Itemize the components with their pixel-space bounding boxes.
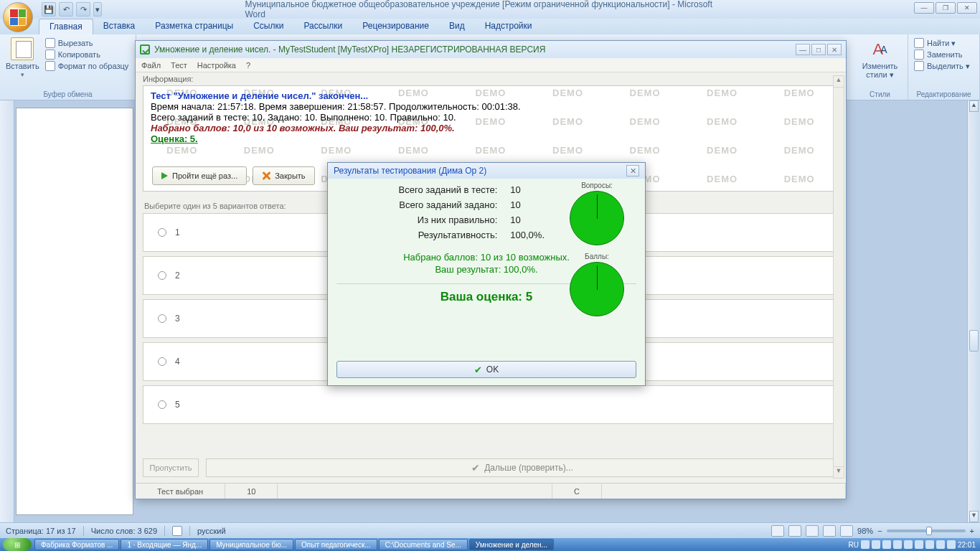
change-styles-button[interactable]: AA Изменить стили ▾: [858, 37, 902, 79]
tab-view[interactable]: Вид: [439, 19, 475, 34]
zoom-out[interactable]: −: [877, 527, 882, 535]
ok-button[interactable]: ✔OK: [336, 361, 636, 378]
zoom-in[interactable]: +: [970, 527, 974, 535]
word-titlebar: 💾 ↶ ↷ ▾ Муниципальное бюджетное общеобра…: [0, 0, 980, 19]
replace-icon: [914, 50, 924, 60]
menu-test[interactable]: Тест: [171, 61, 187, 70]
menu-file[interactable]: Файл: [141, 61, 161, 70]
dialog-title-text: Результаты тестирования (Дима Ор 2): [334, 166, 486, 176]
zoom-slider[interactable]: [887, 529, 966, 532]
copy-icon: [45, 50, 55, 60]
mytest-maximize-button[interactable]: □: [811, 44, 826, 55]
view-outline[interactable]: [823, 525, 836, 537]
select-icon: [914, 61, 924, 71]
tray-icon[interactable]: [861, 540, 870, 549]
tray-icon[interactable]: [893, 540, 902, 549]
word-window-title: Муниципальное бюджетное общеобразователь…: [245, 0, 735, 19]
vertical-scrollbar[interactable]: ▲ ▼: [967, 100, 980, 522]
taskbar-item-3[interactable]: Муниципальное бю...: [209, 539, 293, 550]
tray-icon[interactable]: [936, 540, 945, 549]
office-orb[interactable]: [3, 2, 33, 32]
scroll-down-arrow[interactable]: ▼: [969, 511, 979, 522]
tab-mailings[interactable]: Рассылки: [293, 19, 352, 34]
mytest-scrollbar[interactable]: ▲ ▼: [833, 75, 844, 479]
tab-addins[interactable]: Надстройки: [475, 19, 542, 34]
radio-icon: [158, 357, 166, 366]
view-draft[interactable]: [840, 525, 853, 537]
word-close-button[interactable]: ✕: [957, 2, 977, 14]
menu-help[interactable]: ?: [246, 61, 250, 70]
scroll-up-arrow[interactable]: ▲: [834, 76, 844, 88]
retry-button[interactable]: Пройти ещё раз...: [152, 166, 247, 185]
qat-redo-icon[interactable]: ↷: [76, 2, 90, 17]
start-button[interactable]: ⊞: [3, 538, 32, 551]
qat-undo-icon[interactable]: ↶: [59, 2, 73, 17]
answer-option[interactable]: 5: [143, 385, 839, 424]
radio-icon: [158, 314, 166, 323]
info-line-tasks: Всего заданий в тесте: 10. Задано: 10. В…: [151, 112, 831, 123]
tray-icon[interactable]: [882, 540, 891, 549]
clipboard-group-label: Буфер обмена: [6, 90, 130, 98]
taskbar-item-4[interactable]: Опыт педагогическ...: [295, 539, 377, 550]
windows-taskbar: ⊞ Фабрика Форматов ... 1 · Входящие — Ян…: [0, 538, 980, 551]
tray-lang[interactable]: RU: [849, 541, 859, 549]
qat-more-icon[interactable]: ▾: [93, 2, 102, 17]
zoom-percent[interactable]: 98%: [857, 527, 873, 535]
stat-label: Из них правильно:: [336, 215, 497, 225]
taskbar-item-5[interactable]: C:\Documents and Se...: [379, 539, 468, 550]
taskbar-item-1[interactable]: Фабрика Форматов ...: [34, 539, 119, 550]
vertical-ruler: [0, 100, 14, 522]
word-minimize-button[interactable]: —: [914, 2, 934, 14]
view-web-layout[interactable]: [806, 525, 819, 537]
stat-label: Всего заданий задано:: [336, 199, 497, 210]
taskbar-item-6[interactable]: Умножение и делен...: [469, 539, 554, 550]
skip-button[interactable]: Пропустить: [143, 458, 199, 477]
tray-icon[interactable]: [915, 540, 923, 549]
stat-value: 10: [510, 199, 545, 210]
view-print-layout[interactable]: [771, 525, 784, 537]
close-test-button[interactable]: Закрыть: [253, 166, 314, 185]
tray-icon[interactable]: [947, 540, 956, 549]
mytest-titlebar[interactable]: Умножение и деление чисел. - MyTestStude…: [136, 41, 846, 58]
scroll-thumb[interactable]: [969, 330, 979, 352]
info-line-grade: Оценка: 5.: [151, 133, 831, 144]
tab-review[interactable]: Рецензирование: [352, 19, 439, 34]
replace-button[interactable]: Заменить: [914, 49, 974, 60]
ribbon-tabs: Главная Вставка Разметка страницы Ссылки…: [0, 19, 980, 34]
dialog-titlebar[interactable]: Результаты тестирования (Дима Ор 2) ✕: [328, 163, 645, 179]
tab-insert[interactable]: Вставка: [93, 19, 146, 34]
tab-layout[interactable]: Разметка страницы: [145, 19, 243, 34]
info-line-score: Набрано баллов: 10,0 из 10 возможных. Ва…: [151, 123, 831, 133]
stat-value: 10: [510, 184, 545, 195]
tray-icon[interactable]: [872, 540, 880, 549]
taskbar-item-2[interactable]: 1 · Входящие — Янд...: [121, 539, 208, 550]
tab-home[interactable]: Главная: [39, 19, 93, 34]
paste-button[interactable]: Вставить ▼: [6, 37, 39, 78]
radio-icon: [158, 228, 166, 237]
scroll-down-arrow[interactable]: ▼: [834, 466, 844, 478]
tray-icon[interactable]: [925, 540, 934, 549]
scroll-up-arrow[interactable]: ▲: [969, 100, 979, 112]
mytest-minimize-button[interactable]: —: [796, 44, 810, 55]
tray-clock[interactable]: 22:01: [958, 541, 976, 549]
check-button[interactable]: ✔Дальше (проверить)...: [206, 458, 839, 477]
cut-button[interactable]: Вырезать: [45, 37, 129, 49]
dialog-close-button[interactable]: ✕: [626, 165, 639, 176]
copy-button[interactable]: Копировать: [45, 49, 129, 60]
mytest-close-button[interactable]: ✕: [827, 44, 842, 55]
word-restore-button[interactable]: ❐: [936, 2, 956, 14]
status-page[interactable]: Страница: 17 из 17: [6, 527, 76, 535]
view-full-screen[interactable]: [788, 525, 801, 537]
tab-references[interactable]: Ссылки: [243, 19, 293, 34]
status-language[interactable]: русский: [197, 527, 225, 535]
spelling-icon[interactable]: [172, 526, 182, 536]
styles-icon: AA: [868, 37, 892, 62]
select-button[interactable]: Выделить ▾: [914, 60, 974, 72]
format-painter-button[interactable]: Формат по образцу: [45, 60, 129, 72]
status-words[interactable]: Число слов: 3 629: [91, 527, 157, 535]
qat-save-icon[interactable]: 💾: [42, 2, 56, 17]
stat-label: Всего заданий в тесте:: [336, 184, 497, 195]
find-button[interactable]: Найти ▾: [914, 37, 974, 49]
menu-settings[interactable]: Настройка: [197, 61, 236, 70]
tray-icon[interactable]: [904, 540, 913, 549]
